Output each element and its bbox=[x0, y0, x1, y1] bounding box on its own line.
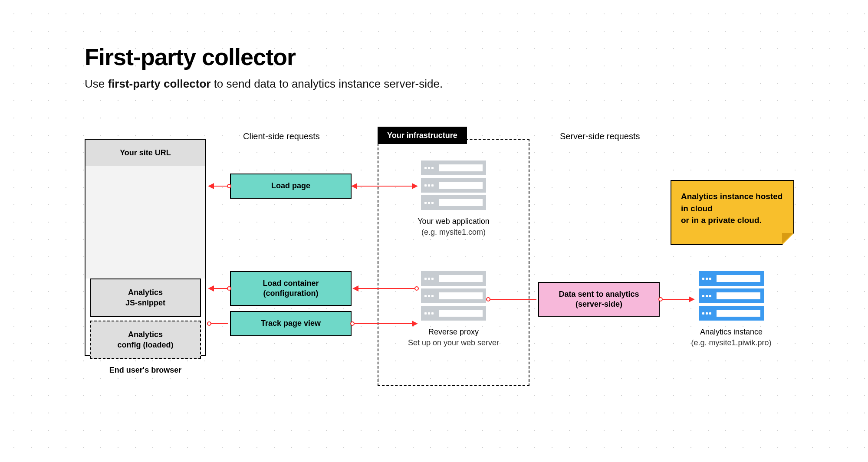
diagram-title: First-party collector bbox=[85, 43, 296, 70]
webapp-title: Your web application bbox=[388, 216, 519, 227]
browser-window: Your site URL AnalyticsJS-snippet Analyt… bbox=[85, 139, 206, 356]
svg-point-8 bbox=[207, 322, 211, 325]
analytics-title: Analytics instance bbox=[666, 327, 796, 337]
browser-body bbox=[85, 166, 205, 279]
server-proxy-caption: Reverse proxy Set up on your web server bbox=[388, 327, 519, 348]
server-analytics-icon bbox=[699, 271, 764, 323]
browser-config-box: Analyticsconfig (loaded) bbox=[90, 321, 201, 359]
server-webapp-icon bbox=[421, 161, 486, 213]
webapp-sub: (e.g. mysite1.com) bbox=[388, 227, 519, 238]
server-webapp-caption: Your web application (e.g. mysite1.com) bbox=[388, 216, 519, 238]
browser-snippet-box: AnalyticsJS-snippet bbox=[90, 279, 201, 317]
section-server-side: Server-side requests bbox=[560, 131, 640, 141]
section-client-side: Client-side requests bbox=[243, 131, 320, 141]
sticky-note: Analytics instance hosted in cloudor in … bbox=[671, 180, 794, 245]
server-proxy-icon bbox=[421, 271, 486, 323]
flow-track-page-view: Track page view bbox=[230, 311, 352, 336]
subtitle-suffix: to send data to analytics instance serve… bbox=[210, 77, 443, 90]
browser-url-bar: Your site URL bbox=[85, 140, 205, 166]
flow-data-sent: Data sent to analytics(server-side) bbox=[538, 282, 660, 317]
flow-load-page: Load page bbox=[230, 174, 352, 199]
server-analytics-caption: Analytics instance (e.g. mysite1.piwik.p… bbox=[666, 327, 796, 348]
proxy-title: Reverse proxy bbox=[388, 327, 519, 337]
browser-caption: End user's browser bbox=[85, 366, 206, 375]
subtitle-bold: first-party collector bbox=[108, 77, 210, 90]
analytics-sub: (e.g. mysite1.piwik.pro) bbox=[666, 337, 796, 348]
proxy-sub: Set up on your web server bbox=[388, 337, 519, 348]
diagram-subtitle: Use first-party collector to send data t… bbox=[85, 77, 443, 91]
subtitle-prefix: Use bbox=[85, 77, 108, 90]
flow-load-container: Load container(configuration) bbox=[230, 271, 352, 306]
